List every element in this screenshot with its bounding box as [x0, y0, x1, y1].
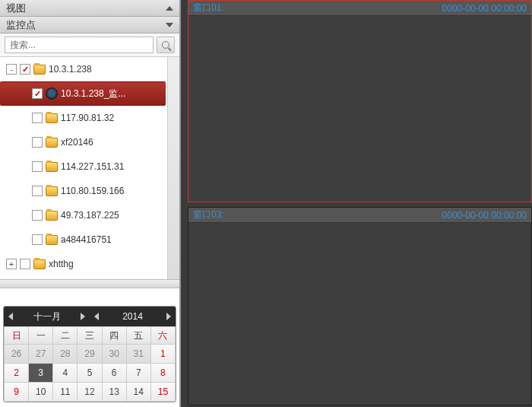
calendar-day[interactable]: 14	[127, 383, 150, 401]
calendar-dow: 一	[29, 327, 52, 344]
calendar-day[interactable]: 28	[53, 345, 77, 363]
calendar-day[interactable]: 15	[151, 383, 175, 401]
calendar-day[interactable]: 6	[103, 364, 126, 382]
calendar-day[interactable]: 27	[29, 345, 52, 363]
tree-item[interactable]: 117.90.81.32	[0, 106, 179, 130]
tree-item-label: 110.80.159.166	[61, 186, 124, 196]
calendar-day[interactable]: 9	[5, 383, 28, 401]
video-area: 窗口01:0000-00-00 00:00:00窗口03:0000-00-00 …	[188, 0, 532, 407]
calendar-year: 2014	[103, 311, 162, 322]
calendar-day[interactable]: 3	[29, 364, 52, 382]
tree-item[interactable]: a484416751	[0, 227, 179, 252]
collapse-icon[interactable]: -	[6, 64, 17, 75]
calendar-dow: 二	[53, 327, 77, 344]
left-panel: 视图 监控点 -✓10.3.1.238✓10.3.1.238_监...117.9…	[0, 0, 181, 407]
tree-item[interactable]: ✓10.3.1.238_监...	[0, 81, 166, 106]
calendar-dow: 日	[5, 327, 28, 344]
checkbox[interactable]	[32, 234, 43, 245]
calendar-day[interactable]: 11	[53, 383, 77, 401]
chevron-up-icon	[166, 6, 173, 11]
calendar-day[interactable]: 7	[127, 364, 150, 382]
calendar-header: 十一月 2014	[4, 307, 176, 326]
tree-item-label: 10.3.1.238	[49, 64, 92, 75]
calendar-grid: 日一二三四五六262728293031123456789101112131415	[4, 326, 176, 402]
checkbox[interactable]	[32, 161, 43, 172]
calendar-day[interactable]: 12	[78, 383, 101, 401]
chevron-right-icon	[81, 313, 85, 320]
video-tile-timestamp: 0000-00-00 00:00:00	[442, 210, 527, 221]
folder-icon	[46, 113, 58, 123]
checkbox[interactable]	[20, 259, 30, 269]
year-prev[interactable]	[90, 307, 103, 326]
section-monitor[interactable]: 监控点	[0, 17, 179, 33]
expand-icon[interactable]: +	[6, 259, 17, 269]
tree-item-label: a484416751	[61, 234, 112, 245]
calendar-dow: 四	[103, 327, 126, 344]
tree-item-label: xf20146	[61, 137, 93, 148]
video-tile[interactable]: 窗口03:0000-00-00 00:00:00	[188, 207, 532, 405]
video-tile-title: 窗口03:	[193, 208, 224, 221]
tree-item-label: 49.73.187.225	[61, 210, 119, 221]
tree-item-label: xhtthg	[49, 259, 74, 269]
tree-item[interactable]: xf20146	[0, 130, 179, 154]
folder-icon	[46, 211, 58, 221]
tree-item[interactable]: 110.80.159.166	[0, 179, 179, 203]
tree-item-label: 117.90.81.32	[61, 113, 114, 123]
calendar-day[interactable]: 31	[127, 345, 150, 363]
checkbox[interactable]	[32, 113, 43, 123]
video-tile-header: 窗口03:0000-00-00 00:00:00	[188, 208, 531, 223]
chevron-left-icon	[8, 313, 13, 320]
chevron-down-icon	[166, 23, 173, 27]
video-tile[interactable]: 窗口01:0000-00-00 00:00:00	[188, 0, 532, 202]
section-view-label: 视图	[6, 2, 26, 15]
video-tile-body	[188, 16, 531, 202]
month-next[interactable]	[76, 307, 90, 326]
panel-divider	[0, 279, 179, 288]
calendar-day[interactable]: 2	[5, 364, 28, 382]
device-tree: -✓10.3.1.238✓10.3.1.238_监...117.90.81.32…	[0, 57, 179, 279]
tree-item[interactable]: 114.227.151.31	[0, 154, 179, 179]
chevron-right-icon	[166, 313, 171, 320]
checkbox[interactable]: ✓	[32, 88, 43, 99]
checkbox[interactable]: ✓	[20, 64, 30, 75]
calendar-day[interactable]: 13	[103, 383, 126, 401]
checkbox[interactable]	[32, 137, 43, 148]
checkbox[interactable]	[32, 210, 43, 221]
folder-icon	[33, 259, 46, 269]
folder-icon	[46, 235, 58, 245]
tree-item-label: 10.3.1.238_监...	[61, 87, 125, 100]
tree-item-label: 114.227.151.31	[61, 161, 124, 172]
folder-icon	[46, 186, 58, 196]
calendar-day[interactable]: 1	[151, 345, 175, 363]
calendar-day[interactable]: 8	[151, 364, 175, 382]
year-next[interactable]	[162, 307, 176, 326]
calendar-day[interactable]: 5	[78, 364, 101, 382]
folder-icon	[46, 162, 58, 172]
month-prev[interactable]	[4, 307, 17, 326]
calendar-month: 十一月	[17, 310, 76, 323]
search-button[interactable]	[157, 37, 175, 53]
calendar-dow: 五	[127, 327, 150, 344]
video-tile-timestamp: 0000-00-00 00:00:00	[442, 3, 527, 14]
checkbox[interactable]	[32, 186, 43, 196]
folder-icon	[33, 65, 46, 75]
tree-scrollbar[interactable]	[167, 57, 179, 279]
tree-item[interactable]: -✓10.3.1.238	[0, 57, 179, 81]
calendar-day[interactable]: 29	[78, 345, 101, 363]
tree-item[interactable]: +xhtthg	[0, 252, 179, 276]
calendar-day[interactable]: 10	[29, 383, 52, 401]
search-input[interactable]	[5, 37, 154, 53]
camera-icon	[46, 87, 58, 100]
calendar-day[interactable]: 26	[5, 345, 28, 363]
section-view[interactable]: 视图	[0, 0, 179, 17]
tree-item[interactable]: 49.73.187.225	[0, 203, 179, 227]
section-monitor-label: 监控点	[6, 18, 36, 32]
search-row	[0, 33, 179, 57]
calendar-day[interactable]: 30	[103, 345, 126, 363]
search-icon	[162, 41, 169, 49]
calendar-dow: 三	[78, 327, 101, 344]
calendar-day[interactable]: 4	[53, 364, 77, 382]
calendar: 十一月 2014 日一二三四五六262728293031123456789101…	[3, 306, 176, 402]
video-tile-body	[188, 223, 531, 405]
calendar-dow: 六	[151, 327, 175, 344]
